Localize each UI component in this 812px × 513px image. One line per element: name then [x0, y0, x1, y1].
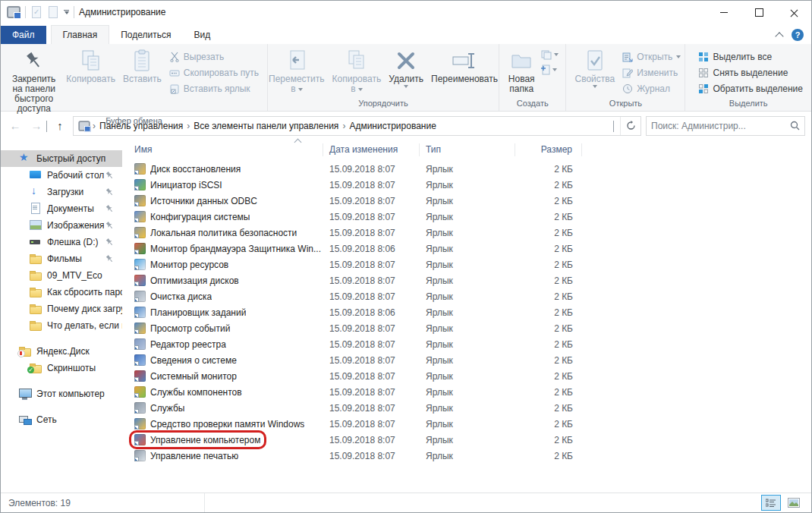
- file-name-cell[interactable]: Диск восстановления: [134, 163, 241, 175]
- file-name-cell[interactable]: Монитор брандмауэра Защитника Win...: [134, 243, 321, 254]
- file-row[interactable]: Монитор брандмауэра Защитника Win... 15.…: [122, 241, 811, 256]
- paste-shortcut-button[interactable]: Вставить ярлык: [165, 80, 263, 96]
- address-dropdown-button[interactable]: [607, 121, 620, 131]
- column-header-type[interactable]: Тип: [420, 143, 515, 156]
- tab-view[interactable]: Вид: [182, 26, 222, 44]
- file-name-cell[interactable]: Сведения о системе: [134, 354, 237, 366]
- sidebar-item[interactable]: Фильмы: [1, 250, 122, 267]
- copy-button[interactable]: Копировать: [62, 46, 119, 86]
- file-name-cell[interactable]: Планировщик заданий: [134, 307, 246, 318]
- file-row[interactable]: Средство проверки памяти Windows 15.09.2…: [122, 416, 811, 432]
- qat-properties-button[interactable]: ✓: [30, 5, 42, 19]
- delete-button[interactable]: Удалить: [385, 46, 427, 90]
- file-row[interactable]: Оптимизация дисков 15.09.2018 8:07 Ярлык…: [122, 272, 811, 288]
- paste-button[interactable]: Вставить: [119, 46, 165, 86]
- file-name-cell[interactable]: Системный монитор: [134, 370, 237, 382]
- file-name-cell[interactable]: Конфигурация системы: [134, 211, 250, 222]
- file-name-cell[interactable]: Очистка диска: [134, 291, 212, 302]
- file-name-cell[interactable]: Службы: [134, 402, 184, 414]
- sidebar-item[interactable]: Сеть: [1, 411, 122, 428]
- history-button[interactable]: Журнал: [618, 80, 685, 96]
- breadcrumb-segment[interactable]: › Панель управления: [93, 121, 187, 131]
- sidebar-item[interactable]: Загрузки: [1, 184, 122, 200]
- qat-new-folder-button[interactable]: [47, 5, 59, 19]
- minimize-button[interactable]: [707, 1, 741, 24]
- file-row[interactable]: Управление компьютером 15.09.2018 8:07 Я…: [122, 432, 811, 448]
- search-icon[interactable]: [790, 121, 800, 131]
- breadcrumb-segment[interactable]: › Все элементы панели управления: [187, 121, 342, 131]
- sidebar-item[interactable]: Что делать, если н: [1, 317, 122, 334]
- help-icon[interactable]: ?: [792, 29, 804, 41]
- qat-customize-button[interactable]: [64, 10, 69, 14]
- edit-button[interactable]: Изменить: [618, 65, 685, 80]
- file-row[interactable]: Редактор реестра 15.09.2018 8:07 Ярлык 2…: [122, 336, 811, 352]
- file-row[interactable]: Управление печатью 15.09.2018 8:07 Ярлык…: [122, 448, 811, 464]
- file-name-cell[interactable]: Средство проверки памяти Windows: [134, 418, 304, 430]
- forward-button[interactable]: →: [28, 119, 45, 132]
- column-header-size[interactable]: Размер: [515, 143, 582, 156]
- back-button[interactable]: ←: [7, 119, 24, 132]
- open-button[interactable]: Открыть: [618, 49, 685, 65]
- file-row[interactable]: Планировщик заданий 15.09.2018 8:06 Ярлы…: [122, 304, 811, 320]
- tab-share[interactable]: Поделиться: [109, 26, 182, 44]
- sidebar-item[interactable]: Изображения: [1, 217, 122, 234]
- file-row[interactable]: Монитор ресурсов 15.09.2018 8:07 Ярлык 2…: [122, 256, 811, 272]
- file-row[interactable]: Сведения о системе 15.09.2018 8:07 Ярлык…: [122, 352, 811, 368]
- breadcrumb-segment[interactable]: › Администрирование: [342, 121, 439, 131]
- file-row[interactable]: Просмотр событий 15.09.2018 8:07 Ярлык 2…: [122, 320, 811, 336]
- refresh-button[interactable]: [620, 117, 640, 135]
- file-row[interactable]: Источники данных ODBC 15.09.2018 8:07 Яр…: [122, 193, 811, 209]
- file-row[interactable]: Службы 15.09.2018 8:07 Ярлык 2 КБ: [122, 400, 811, 416]
- sidebar-item[interactable]: 09_MTV_Eco: [1, 267, 122, 284]
- file-row[interactable]: Инициатор iSCSI 15.09.2018 8:07 Ярлык 2 …: [122, 177, 811, 193]
- file-name-cell[interactable]: Оптимизация дисков: [134, 275, 239, 286]
- easy-access-button[interactable]: [539, 62, 561, 77]
- sidebar-item[interactable]: Рабочий стол: [1, 167, 122, 184]
- file-name-cell[interactable]: Источники данных ODBC: [134, 195, 257, 206]
- select-all-button[interactable]: Выделить все: [694, 49, 807, 65]
- rename-button[interactable]: Переименовать: [427, 46, 502, 86]
- file-name-cell[interactable]: Локальная политика безопасности: [134, 227, 297, 238]
- copy-to-button[interactable]: Копироватьв: [329, 46, 386, 96]
- collapse-ribbon-icon[interactable]: [775, 32, 783, 40]
- copy-path-button[interactable]: Скопировать путь: [165, 65, 263, 80]
- sidebar-item[interactable]: Почему диск загру: [1, 301, 122, 317]
- sidebar-item[interactable]: Этот компьютер: [1, 386, 122, 402]
- view-thumbnails-button[interactable]: [784, 495, 804, 511]
- address-bar[interactable]: › Панель управления › Все элементы панел…: [73, 116, 641, 136]
- file-row[interactable]: Конфигурация системы 15.09.2018 8:07 Ярл…: [122, 209, 811, 225]
- sidebar-item[interactable]: Быстрый доступ: [1, 150, 122, 167]
- invert-selection-button[interactable]: Обратить выделение: [694, 80, 807, 96]
- tab-home[interactable]: Главная: [51, 25, 110, 44]
- recent-locations-button[interactable]: [46, 121, 47, 131]
- file-name-cell[interactable]: Редактор реестра: [134, 338, 226, 350]
- move-to-button[interactable]: Переместитьв: [265, 46, 329, 96]
- maximize-button[interactable]: [741, 1, 776, 24]
- file-row[interactable]: Службы компонентов 15.09.2018 8:07 Ярлык…: [122, 384, 811, 400]
- file-name-cell[interactable]: Монитор ресурсов: [134, 259, 228, 270]
- file-name-cell[interactable]: Службы компонентов: [134, 386, 242, 398]
- properties-button[interactable]: Свойства: [571, 46, 618, 90]
- sidebar-item[interactable]: Документы: [1, 200, 122, 217]
- file-name-cell[interactable]: Управление компьютером: [134, 434, 260, 445]
- view-details-button[interactable]: [761, 495, 781, 511]
- new-item-button[interactable]: [539, 47, 561, 62]
- column-header-date[interactable]: Дата изменения: [323, 143, 420, 156]
- cut-button[interactable]: Вырезать: [165, 49, 263, 65]
- sidebar-item[interactable]: Флешка (D:): [1, 234, 122, 250]
- sidebar-item[interactable]: Яндекс.Диск: [1, 343, 122, 360]
- tab-file[interactable]: Файл: [1, 26, 46, 44]
- file-row[interactable]: Очистка диска 15.09.2018 8:07 Ярлык 2 КБ: [122, 288, 811, 304]
- column-header-name[interactable]: Имя: [122, 143, 323, 156]
- file-name-cell[interactable]: Инициатор iSCSI: [134, 179, 222, 190]
- file-name-cell[interactable]: Просмотр событий: [134, 323, 230, 334]
- sidebar-item[interactable]: Скриншоты: [1, 360, 122, 376]
- up-button[interactable]: ↑: [52, 119, 68, 132]
- search-input[interactable]: Поиск: Администрир...: [646, 116, 805, 136]
- file-row[interactable]: Локальная политика безопасности 15.09.20…: [122, 225, 811, 241]
- file-row[interactable]: Диск восстановления 15.09.2018 8:07 Ярлы…: [122, 161, 811, 177]
- clear-selection-button[interactable]: Снять выделение: [694, 65, 807, 80]
- sidebar-item[interactable]: Как сбросить паро: [1, 284, 122, 301]
- pin-to-quick-access-button[interactable]: Закрепить на панели быстрого доступа: [5, 46, 62, 115]
- file-row[interactable]: Системный монитор 15.09.2018 8:07 Ярлык …: [122, 368, 811, 384]
